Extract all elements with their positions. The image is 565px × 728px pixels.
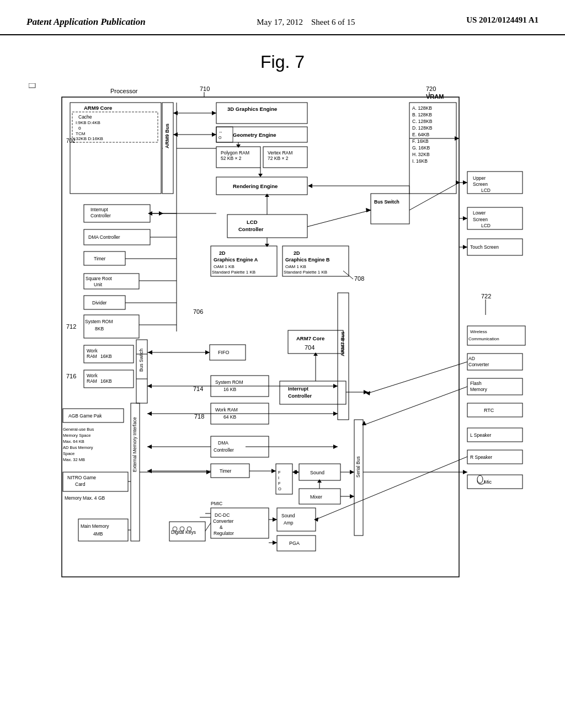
- svg-text:Max. 64 KB: Max. 64 KB: [63, 439, 84, 444]
- svg-rect-171: [29, 83, 35, 88]
- svg-text:72 KB × 2: 72 KB × 2: [268, 156, 289, 161]
- svg-text:Work: Work: [87, 348, 98, 354]
- svg-text:16KB: 16KB: [100, 378, 112, 384]
- svg-text:DMA Controller: DMA Controller: [88, 234, 120, 240]
- svg-marker-272: [206, 470, 211, 474]
- svg-text:DMA: DMA: [218, 440, 228, 446]
- svg-text:Standard Palette 1 KB: Standard Palette 1 KB: [212, 270, 255, 275]
- svg-text:16 KB: 16 KB: [223, 387, 236, 392]
- svg-text:Memory Space: Memory Space: [63, 433, 90, 438]
- svg-text:3D Graphics Engine: 3D Graphics Engine: [227, 106, 277, 112]
- svg-marker-217: [463, 470, 467, 474]
- svg-marker-242: [333, 384, 338, 388]
- svg-text:Polygon RAM: Polygon RAM: [221, 150, 249, 156]
- svg-text:8KB: 8KB: [95, 326, 104, 331]
- svg-marker-211: [463, 216, 467, 221]
- diagram-container: Processor 710 720 VRAM 702 ARM9 Core Cac…: [29, 83, 536, 668]
- svg-text:Interrupt: Interrupt: [90, 207, 108, 212]
- svg-text:722: 722: [481, 293, 491, 299]
- svg-text:4MB: 4MB: [93, 531, 103, 537]
- svg-text:Wireless: Wireless: [470, 329, 487, 334]
- svg-text:Card: Card: [75, 481, 86, 487]
- svg-text:Graphics Engine B: Graphics Engine B: [285, 257, 330, 263]
- svg-text:o: o: [78, 125, 81, 131]
- svg-text:F: F: [278, 470, 281, 475]
- svg-text:Graphics Engine A: Graphics Engine A: [214, 257, 258, 263]
- svg-marker-266: [273, 540, 277, 545]
- svg-text:System ROM: System ROM: [215, 379, 243, 385]
- svg-text:&: &: [220, 524, 223, 530]
- svg-text:Digital Keys: Digital Keys: [171, 529, 196, 535]
- svg-text:VRAM: VRAM: [426, 93, 444, 100]
- svg-text:Converter: Converter: [468, 362, 489, 367]
- svg-marker-230: [173, 111, 178, 115]
- svg-text:E.   64KB: E. 64KB: [412, 132, 430, 137]
- svg-text:RTC: RTC: [484, 408, 494, 413]
- svg-text:I.   16KB: I. 16KB: [412, 158, 428, 164]
- svg-text:Amp: Amp: [284, 520, 294, 526]
- svg-text:Vertex RAM: Vertex RAM: [268, 150, 292, 156]
- svg-marker-250: [333, 445, 338, 449]
- svg-text:PGA: PGA: [289, 540, 300, 546]
- svg-text:710: 710: [200, 85, 210, 92]
- svg-text:RAM: RAM: [87, 354, 97, 359]
- svg-text:I:32KB D:16KB: I:32KB D:16KB: [73, 136, 103, 141]
- svg-text:Bus Switch: Bus Switch: [138, 349, 144, 372]
- svg-rect-48: [371, 194, 409, 224]
- svg-marker-231: [212, 111, 216, 115]
- svg-text:Touch Screen: Touch Screen: [470, 244, 499, 250]
- svg-text:Controller: Controller: [288, 393, 312, 399]
- svg-text:2D: 2D: [219, 250, 226, 256]
- svg-text:B.  128KB: B. 128KB: [412, 112, 432, 117]
- svg-marker-209: [463, 180, 467, 185]
- page-header: Patent Application Publication May 17, 2…: [0, 0, 565, 35]
- patent-number: US 2012/0124491 A1: [466, 15, 539, 25]
- svg-text:L Speaker: L Speaker: [470, 432, 492, 438]
- svg-text:Mixer: Mixer: [310, 494, 322, 500]
- svg-text:Timer: Timer: [220, 468, 232, 474]
- svg-text:712: 712: [66, 323, 76, 330]
- svg-text:Unit: Unit: [94, 282, 103, 287]
- svg-text:Timer: Timer: [94, 256, 106, 261]
- svg-text:706: 706: [193, 308, 203, 315]
- svg-marker-258: [350, 470, 354, 474]
- svg-text:Geometry Engine: Geometry Engine: [233, 132, 276, 138]
- svg-marker-264: [273, 517, 277, 522]
- svg-text:720: 720: [426, 85, 436, 92]
- svg-text:Controller: Controller: [214, 447, 234, 453]
- svg-text:O: O: [218, 136, 222, 140]
- svg-marker-246: [333, 411, 338, 416]
- svg-text:D.  128KB: D. 128KB: [412, 125, 433, 131]
- svg-text:Sound: Sound: [281, 513, 295, 518]
- svg-text:System ROM: System ROM: [85, 319, 113, 324]
- svg-text:Controller: Controller: [238, 226, 264, 232]
- svg-text:Work: Work: [87, 373, 98, 378]
- svg-marker-279: [362, 421, 366, 425]
- svg-text:Memory: Memory: [470, 387, 487, 392]
- svg-text:2D: 2D: [294, 250, 300, 256]
- svg-text:FIFO: FIFO: [218, 350, 230, 355]
- svg-text:OAM 1 KB: OAM 1 KB: [285, 264, 306, 269]
- svg-text:716: 716: [66, 373, 76, 379]
- svg-marker-46: [308, 184, 312, 188]
- svg-text:External Memory Interface: External Memory Interface: [132, 417, 137, 472]
- svg-text:704: 704: [305, 344, 315, 351]
- svg-rect-158: [277, 508, 316, 531]
- svg-text:LCD: LCD: [247, 219, 258, 225]
- svg-text:Standard Palette 1 KB: Standard Palette 1 KB: [284, 270, 327, 275]
- svg-text:Divider: Divider: [92, 300, 107, 306]
- svg-marker-215: [265, 244, 269, 247]
- svg-text:ARM7 Core: ARM7 Core: [296, 335, 324, 341]
- svg-marker-244: [147, 384, 152, 388]
- svg-text:Converter: Converter: [213, 518, 233, 524]
- svg-marker-100: [205, 350, 210, 355]
- svg-text:718: 718: [194, 413, 204, 420]
- svg-text:F.   16KB: F. 16KB: [412, 138, 429, 144]
- svg-marker-60: [265, 194, 269, 197]
- svg-text:DC-DC: DC-DC: [215, 512, 230, 518]
- svg-text:Memory Max. 4 GB: Memory Max. 4 GB: [65, 495, 105, 501]
- svg-rect-163: [78, 519, 128, 541]
- svg-text:ARM9 Bus: ARM9 Bus: [164, 124, 170, 148]
- svg-marker-42: [258, 174, 263, 177]
- svg-text:RAM: RAM: [87, 378, 97, 384]
